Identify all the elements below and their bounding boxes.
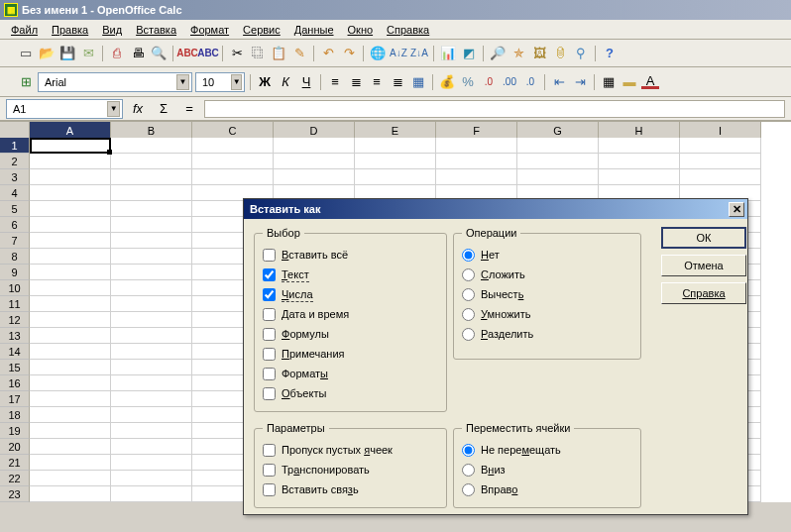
cell[interactable] <box>436 154 517 169</box>
cell[interactable] <box>30 375 111 391</box>
rad-op-mul[interactable]: Умножить <box>462 304 632 324</box>
chart-icon[interactable]: 📊 <box>439 45 457 62</box>
row-header[interactable]: 7 <box>0 233 30 249</box>
cell[interactable] <box>192 154 274 169</box>
cell[interactable] <box>111 391 192 407</box>
menu-data[interactable]: Данные <box>287 22 341 38</box>
number-icon[interactable]: .0 <box>480 73 498 91</box>
cell[interactable] <box>111 185 192 201</box>
menu-help[interactable]: Справка <box>380 22 436 38</box>
cell[interactable] <box>30 486 111 502</box>
styles-icon[interactable]: ⊞ <box>17 73 35 91</box>
cell[interactable] <box>30 217 111 233</box>
cell[interactable] <box>355 138 436 154</box>
cell[interactable] <box>30 154 111 169</box>
chk-numbers[interactable]: Числа <box>263 284 438 304</box>
dec-dec-icon[interactable]: .0 <box>521 73 539 91</box>
cell[interactable] <box>111 217 192 233</box>
cell[interactable] <box>599 169 680 185</box>
sigma-icon[interactable]: Σ <box>153 100 174 118</box>
cell[interactable] <box>274 169 355 185</box>
cell[interactable] <box>30 138 111 154</box>
row-header[interactable]: 20 <box>0 439 30 455</box>
print-icon[interactable]: 🖶 <box>129 45 147 62</box>
dropdown-icon[interactable]: ▼ <box>107 101 120 117</box>
cell[interactable] <box>30 360 111 375</box>
cell[interactable] <box>111 407 192 423</box>
paste-icon[interactable]: 📋 <box>270 45 287 62</box>
cell[interactable] <box>30 471 111 486</box>
cell[interactable] <box>111 201 192 217</box>
font-size-combo[interactable]: ▼ <box>195 72 245 92</box>
align-center-icon[interactable]: ≣ <box>347 73 365 91</box>
merge-icon[interactable]: ▦ <box>409 73 427 91</box>
pdf-icon[interactable]: ⎙ <box>108 45 126 62</box>
cell[interactable] <box>111 265 192 280</box>
find-icon[interactable]: 🔎 <box>489 45 507 62</box>
cell[interactable] <box>111 360 192 375</box>
menu-edit[interactable]: Правка <box>45 22 95 38</box>
chk-objects[interactable]: Объекты <box>263 383 438 403</box>
cell[interactable] <box>274 154 355 169</box>
cell[interactable] <box>680 169 761 185</box>
format-paint-icon[interactable]: ✎ <box>290 45 308 62</box>
row-header[interactable]: 5 <box>0 201 30 217</box>
help-button[interactable]: Справка <box>661 282 746 304</box>
sort-desc-icon[interactable]: Z↓A <box>410 45 428 62</box>
cell[interactable] <box>30 296 111 312</box>
show-draw-icon[interactable]: ◩ <box>460 45 478 62</box>
hyperlink-icon[interactable]: 🌐 <box>369 45 387 62</box>
menu-file[interactable]: Файл <box>4 22 45 38</box>
fx-icon[interactable]: fx <box>127 100 149 118</box>
cell[interactable] <box>111 344 192 360</box>
cell[interactable] <box>111 439 192 455</box>
row-header[interactable]: 3 <box>0 169 30 185</box>
cell-ref-input[interactable] <box>11 102 107 116</box>
cell[interactable] <box>30 344 111 360</box>
cell[interactable] <box>680 154 761 169</box>
cell[interactable] <box>192 138 274 154</box>
cell[interactable] <box>355 154 436 169</box>
dropdown-icon[interactable]: ▼ <box>176 74 189 90</box>
cell[interactable] <box>111 233 192 249</box>
cell[interactable] <box>436 138 517 154</box>
dec-inc-icon[interactable]: .00 <box>501 73 518 91</box>
cell[interactable] <box>111 312 192 328</box>
cell[interactable] <box>30 439 111 455</box>
menu-window[interactable]: Окно <box>341 22 381 38</box>
cell[interactable] <box>517 138 599 154</box>
formula-input[interactable] <box>204 100 785 118</box>
rad-shift-none[interactable]: Не перемещать <box>462 440 632 460</box>
cell[interactable] <box>30 201 111 217</box>
percent-icon[interactable]: % <box>459 73 477 91</box>
row-header[interactable]: 19 <box>0 423 30 439</box>
align-right-icon[interactable]: ≡ <box>368 73 386 91</box>
font-size-input[interactable] <box>200 75 231 89</box>
undo-icon[interactable]: ↶ <box>319 45 337 62</box>
align-justify-icon[interactable]: ≣ <box>389 73 406 91</box>
cell[interactable] <box>30 423 111 439</box>
chk-datetime[interactable]: Дата и время <box>263 304 438 324</box>
row-header[interactable]: 10 <box>0 280 30 296</box>
row-header[interactable]: 18 <box>0 407 30 423</box>
new-icon[interactable]: ▭ <box>17 45 35 62</box>
row-header[interactable]: 12 <box>0 312 30 328</box>
cell[interactable] <box>599 154 680 169</box>
cell[interactable] <box>30 233 111 249</box>
row-header[interactable]: 11 <box>0 296 30 312</box>
font-name-combo[interactable]: ▼ <box>38 72 192 92</box>
save-icon[interactable]: 💾 <box>58 45 76 62</box>
row-header[interactable]: 9 <box>0 265 30 280</box>
cell[interactable] <box>30 265 111 280</box>
cancel-button[interactable]: Отмена <box>661 255 746 276</box>
rad-op-none[interactable]: Нет <box>462 245 632 265</box>
cell[interactable] <box>30 169 111 185</box>
cell[interactable] <box>111 154 192 169</box>
row-header[interactable]: 15 <box>0 360 30 375</box>
cell[interactable] <box>599 138 680 154</box>
chk-formats[interactable]: Форматы <box>263 364 438 383</box>
currency-icon[interactable]: 💰 <box>438 73 456 91</box>
cell[interactable] <box>30 328 111 344</box>
menu-view[interactable]: Вид <box>95 22 129 38</box>
cell[interactable] <box>30 185 111 201</box>
